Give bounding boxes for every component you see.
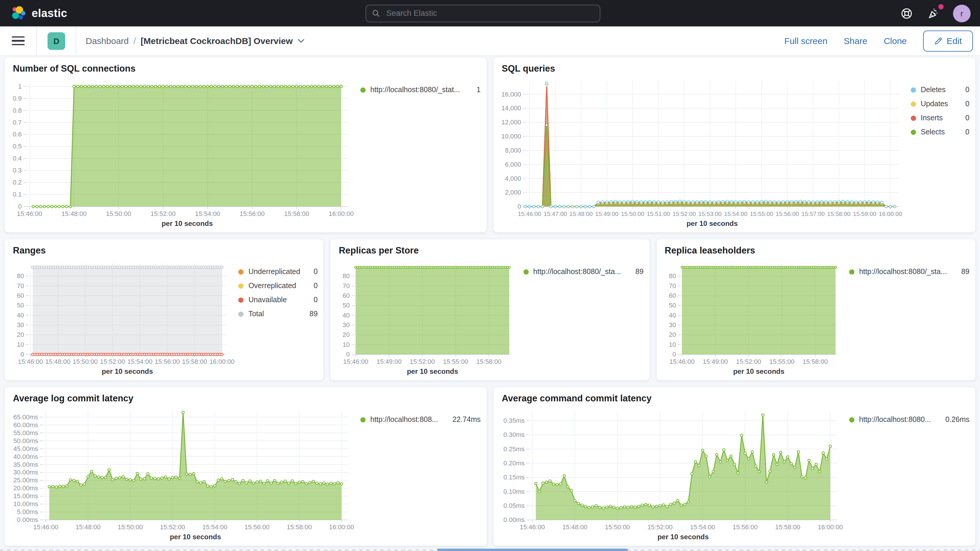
edit-button[interactable]: Edit (923, 30, 973, 51)
svg-text:15:52:00: 15:52:00 (736, 358, 761, 365)
clone-button[interactable]: Clone (884, 36, 907, 46)
svg-text:16:00:00: 16:00:00 (329, 210, 354, 217)
svg-text:80: 80 (343, 272, 350, 280)
svg-text:15:58:00: 15:58:00 (827, 211, 850, 217)
legend-series-label: Underreplicated (248, 268, 301, 276)
legend-item[interactable]: http://localhost:8080/_sta...89 (849, 268, 969, 276)
svg-text:40: 40 (343, 312, 350, 319)
legend-item[interactable]: Total89 (239, 310, 318, 318)
svg-text:70: 70 (17, 282, 24, 290)
svg-text:0.20ms: 0.20ms (503, 459, 525, 467)
legend-item[interactable]: Overreplicated0 (239, 282, 318, 290)
svg-text:0.5: 0.5 (13, 143, 22, 150)
svg-text:15:58:00: 15:58:00 (477, 358, 502, 365)
share-button[interactable]: Share (844, 36, 867, 46)
sql-queries-chart[interactable]: 02,0004,0006,0008,00010,00012,00014,0001… (497, 76, 907, 229)
panel-title: Average command commit latency (493, 387, 975, 405)
svg-text:10: 10 (17, 341, 24, 348)
svg-text:15:46:00: 15:46:00 (669, 358, 695, 365)
breadcrumb: Dashboard / [Metricbeat CockroachDB] Ove… (86, 36, 305, 46)
svg-text:15:58:00: 15:58:00 (775, 524, 800, 531)
menu-button[interactable] (12, 36, 25, 46)
legend-series-label: Updates (921, 100, 948, 108)
legend-item[interactable]: Inserts0 (911, 114, 969, 122)
svg-text:20: 20 (669, 331, 676, 338)
svg-text:15:58:00: 15:58:00 (802, 358, 828, 365)
svg-text:per 10 seconds: per 10 seconds (733, 367, 784, 375)
svg-text:0: 0 (21, 350, 24, 358)
command-commit-latency-chart[interactable]: 0.00ms0.05ms0.10ms0.15ms0.20ms0.25ms0.30… (497, 406, 846, 542)
log-commit-latency-chart[interactable]: 0.00ms5.00ms10.00ms15.00ms20.00ms25.00ms… (8, 406, 357, 542)
legend-item[interactable]: Selects0 (911, 128, 969, 136)
svg-text:6,000: 6,000 (505, 161, 521, 168)
panel-average-log-commit-latency: Average log commit latency 0.00ms5.00ms1… (5, 387, 487, 546)
panel-sql-queries: SQL queries 02,0004,0006,0008,00010,0001… (493, 57, 975, 233)
legend-series-label: http://localhost:808... (370, 416, 438, 424)
svg-text:15:46:00: 15:46:00 (18, 358, 43, 365)
svg-text:15:46:00: 15:46:00 (33, 524, 58, 531)
elastic-brand[interactable]: elastic (11, 5, 67, 21)
legend-series-label: http://localhost:8080/_sta... (533, 268, 621, 276)
legend-item[interactable]: http://localhost:8080/_sta...89 (523, 268, 643, 276)
svg-text:0.6: 0.6 (13, 131, 22, 138)
news-button[interactable] (926, 6, 941, 21)
svg-text:15:47:00: 15:47:00 (544, 211, 567, 217)
svg-text:40.00ms: 40.00ms (13, 453, 38, 460)
notification-dot (938, 4, 943, 9)
svg-text:per 10 seconds: per 10 seconds (102, 367, 153, 375)
legend-series-label: Deletes (921, 86, 946, 94)
legend-item[interactable]: http://localhost:808...22.74ms (360, 416, 480, 424)
svg-text:60.00ms: 60.00ms (13, 421, 38, 428)
global-search[interactable] (366, 5, 601, 22)
legend-item[interactable]: Unavailable0 (239, 296, 318, 304)
svg-text:15:56:00: 15:56:00 (776, 211, 799, 217)
svg-text:15:46:00: 15:46:00 (520, 524, 545, 531)
legend-item[interactable]: http://localhost:8080...0.26ms (849, 416, 969, 424)
help-button[interactable] (899, 6, 914, 21)
legend-item[interactable]: Deletes0 (911, 86, 969, 94)
svg-text:80: 80 (669, 272, 676, 280)
svg-text:0.00ms: 0.00ms (17, 516, 38, 524)
user-avatar[interactable]: r (953, 5, 970, 22)
full-screen-button[interactable]: Full screen (784, 36, 827, 46)
replica-leaseholders-chart[interactable]: 0102030405060708015:46:0015:49:0015:52:0… (660, 258, 846, 377)
help-life-ring-icon (900, 7, 913, 20)
sql-connections-chart[interactable]: 00.10.20.30.40.50.60.70.80.9115:46:0015:… (8, 76, 357, 229)
legend-series-dot (360, 87, 366, 92)
horizontal-scrollbar[interactable] (437, 549, 628, 551)
dashboard-badge[interactable]: D (48, 32, 65, 49)
svg-text:15:55:00: 15:55:00 (750, 211, 773, 217)
svg-text:0.9: 0.9 (13, 95, 22, 102)
avatar-initial: r (960, 8, 963, 18)
legend-series-value: 89 (636, 268, 644, 276)
svg-text:15:54:00: 15:54:00 (127, 358, 153, 365)
legend-series-dot (360, 417, 366, 422)
legend-item[interactable]: Updates0 (911, 100, 969, 108)
legend: Underreplicated0Overreplicated0Unavailab… (239, 258, 318, 377)
svg-text:15:55:00: 15:55:00 (443, 358, 469, 365)
svg-text:per 10 seconds: per 10 seconds (657, 533, 709, 541)
svg-text:10: 10 (343, 341, 350, 348)
chevron-down-icon[interactable] (298, 38, 305, 43)
dashboard-grid: Number of SQL connections 00.10.20.30.40… (0, 56, 980, 551)
svg-text:50: 50 (17, 302, 24, 309)
ranges-chart[interactable]: 0102030405060708015:46:0015:48:0015:50:0… (8, 258, 235, 377)
legend: http://localhost:8080/_stat...1 (360, 76, 480, 229)
legend-item[interactable]: http://localhost:8080/_stat...1 (360, 86, 480, 94)
legend-series-dot (239, 297, 244, 303)
svg-text:45.00ms: 45.00ms (13, 445, 38, 452)
replicas-per-store-chart[interactable]: 0102030405060708015:46:0015:49:0015:52:0… (334, 258, 520, 377)
breadcrumb-dashboard[interactable]: Dashboard (86, 36, 129, 46)
legend-series-label: Selects (921, 128, 945, 136)
svg-text:1: 1 (18, 83, 22, 90)
svg-text:15:54:00: 15:54:00 (202, 524, 228, 531)
search-input[interactable] (385, 8, 594, 18)
panel-title: Replicas per Store (331, 239, 650, 257)
svg-text:15:48:00: 15:48:00 (45, 358, 70, 365)
svg-text:15:54:00: 15:54:00 (724, 211, 747, 217)
svg-text:15:50:00: 15:50:00 (106, 210, 131, 217)
chart-svg: 0.00ms5.00ms10.00ms15.00ms20.00ms25.00ms… (8, 406, 357, 542)
svg-text:60: 60 (17, 292, 24, 299)
legend-item[interactable]: Underreplicated0 (239, 268, 318, 276)
legend-series-dot (849, 269, 854, 274)
